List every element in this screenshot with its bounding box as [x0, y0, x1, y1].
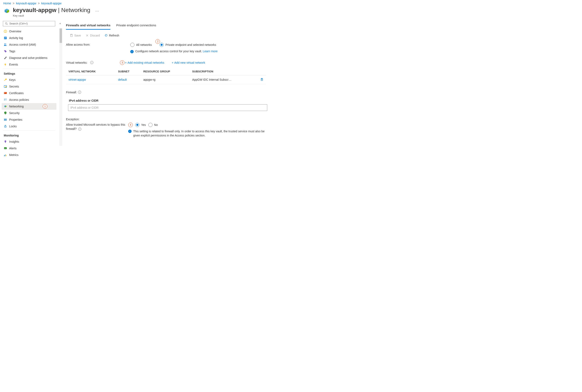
- discard-label: Discard: [90, 34, 100, 37]
- metrics-icon: [4, 153, 7, 156]
- sidebar-item-label: Overview: [9, 30, 21, 33]
- network-icon: [4, 105, 7, 108]
- annotation-2: 2: [155, 39, 160, 44]
- sidebar: Search (Ctrl+/) Overview Activity log Ac…: [0, 21, 58, 163]
- rg-cell: appgw-rg: [141, 75, 190, 84]
- svg-rect-41: [261, 78, 262, 78]
- svg-rect-23: [4, 119, 5, 121]
- learn-more-link[interactable]: Learn more: [203, 50, 218, 53]
- breadcrumb-item-1[interactable]: keyvault-appgw: [16, 2, 36, 5]
- svg-rect-19: [4, 93, 5, 93]
- sidebar-search[interactable]: Search (Ctrl+/): [3, 21, 55, 26]
- svg-rect-18: [4, 92, 6, 93]
- sidebar-item-label: Access control (IAM): [9, 43, 36, 46]
- allow-access-row: Allow access from: All networks 2 Privat…: [66, 42, 266, 47]
- firewall-label: Firewall: i: [66, 91, 266, 94]
- add-new-vnet-link[interactable]: + Add new virtual network: [172, 61, 205, 64]
- collapse-sidebar-button[interactable]: «: [58, 21, 62, 25]
- sidebar-item-properties[interactable]: Properties: [2, 116, 57, 123]
- sidebar-item-label: Metrics: [9, 153, 19, 156]
- sidebar-item-label: Locks: [9, 125, 17, 128]
- scrollbar[interactable]: [59, 28, 62, 146]
- radio-exception-yes[interactable]: Yes: [135, 123, 146, 127]
- sidebar-item-locks[interactable]: Locks: [2, 123, 57, 130]
- col-rg: Resource Group: [141, 68, 190, 75]
- sidebar-item-events[interactable]: Events: [2, 61, 57, 68]
- discard-button[interactable]: Discard: [84, 33, 102, 38]
- subscription-cell: AppGW IDC Internal Subscr…: [190, 75, 258, 84]
- svg-rect-21: [6, 99, 7, 99]
- more-actions-icon[interactable]: ⋯: [95, 9, 99, 13]
- sidebar-section-monitoring: Monitoring: [2, 131, 57, 138]
- page-subtitle: Key vault: [13, 14, 90, 17]
- radio-selected-networks[interactable]: Private endpoint and selected networks: [160, 43, 216, 47]
- toolbar: Save Discard Refresh: [68, 33, 266, 38]
- sidebar-item-secrets[interactable]: Secrets: [2, 83, 57, 90]
- search-placeholder: Search (Ctrl+/): [9, 22, 28, 25]
- wrench-icon: [4, 56, 7, 60]
- annotation-3: 3: [120, 60, 125, 65]
- secret-icon: [4, 85, 7, 88]
- tab-private-endpoint[interactable]: Private endpoint connections: [116, 22, 156, 30]
- delete-row-button[interactable]: [260, 78, 264, 82]
- refresh-label: Refresh: [109, 34, 119, 37]
- cidr-input[interactable]: [68, 104, 267, 111]
- sidebar-item-label: Keys: [9, 78, 16, 82]
- breadcrumb-home[interactable]: Home: [3, 2, 11, 5]
- radio-exception-no[interactable]: No: [148, 123, 158, 127]
- sidebar-item-alerts[interactable]: Alerts: [2, 145, 57, 152]
- radio-label: Private endpoint and selected networks: [165, 43, 216, 46]
- radio-label: All networks: [136, 43, 152, 46]
- svg-rect-37: [261, 79, 263, 81]
- main-tabs: Firewalls and virtual networks Private e…: [66, 22, 266, 30]
- svg-rect-33: [6, 155, 7, 156]
- sidebar-item-label: Events: [9, 63, 18, 66]
- sidebar-item-networking[interactable]: Networking 1: [2, 103, 57, 110]
- sidebar-item-keys[interactable]: Keys: [2, 76, 57, 83]
- svg-rect-26: [5, 126, 6, 127]
- sidebar-item-access-policies[interactable]: Access policies: [2, 96, 57, 103]
- svg-rect-27: [5, 142, 6, 143]
- exception-section: Exception: Allow trusted Microsoft servi…: [66, 118, 266, 138]
- refresh-icon: [104, 34, 108, 37]
- sidebar-item-certificates[interactable]: Certificates: [2, 90, 57, 96]
- sidebar-item-activity-log[interactable]: Activity log: [2, 35, 57, 41]
- vnet-cell[interactable]: virtnet-appgw: [66, 75, 116, 84]
- breadcrumb-item-2[interactable]: keyvault-appgw: [41, 2, 62, 5]
- access-info: i Configure network access control for y…: [130, 50, 266, 53]
- sidebar-item-metrics[interactable]: Metrics: [2, 152, 57, 158]
- sidebar-item-insights[interactable]: Insights: [2, 138, 57, 145]
- refresh-button[interactable]: Refresh: [103, 33, 121, 38]
- sidebar-item-diagnose[interactable]: Diagnose and solve problems: [2, 54, 57, 61]
- info-icon[interactable]: i: [90, 61, 93, 64]
- subnet-cell[interactable]: default: [116, 75, 141, 84]
- svg-point-11: [5, 50, 5, 51]
- svg-rect-31: [4, 155, 5, 156]
- col-vnet: Virtual Network: [66, 68, 116, 75]
- sidebar-item-label: Networking: [9, 105, 24, 108]
- sidebar-item-iam[interactable]: Access control (IAM): [2, 41, 57, 48]
- sidebar-item-tags[interactable]: Tags: [2, 48, 57, 54]
- close-icon: [86, 34, 89, 37]
- info-icon[interactable]: i: [78, 128, 81, 131]
- info-icon[interactable]: i: [78, 91, 81, 94]
- sidebar-item-label: Security: [9, 112, 20, 115]
- sidebar-item-overview[interactable]: Overview: [2, 28, 57, 35]
- exception-question: Allow trusted Microsoft services to bypa…: [66, 122, 128, 131]
- sidebar-item-security[interactable]: Security: [2, 110, 57, 116]
- svg-rect-22: [6, 100, 7, 100]
- add-existing-vnet-link[interactable]: + Add existing virtual networks: [125, 61, 164, 64]
- save-button[interactable]: Save: [68, 33, 83, 38]
- svg-rect-16: [6, 86, 6, 86]
- sidebar-item-label: Diagnose and solve problems: [9, 56, 47, 60]
- svg-rect-13: [4, 80, 6, 81]
- lightning-icon: [4, 63, 7, 66]
- sidebar-item-label: Properties: [9, 118, 23, 121]
- people-icon: [4, 43, 7, 46]
- table-row: virtnet-appgw default appgw-rg AppGW IDC…: [66, 75, 266, 84]
- svg-rect-34: [71, 34, 72, 35]
- certificate-icon: [4, 92, 7, 95]
- annotation-4: 4: [128, 122, 133, 127]
- radio-all-networks[interactable]: All networks: [130, 43, 152, 47]
- tab-firewalls[interactable]: Firewalls and virtual networks: [66, 22, 110, 30]
